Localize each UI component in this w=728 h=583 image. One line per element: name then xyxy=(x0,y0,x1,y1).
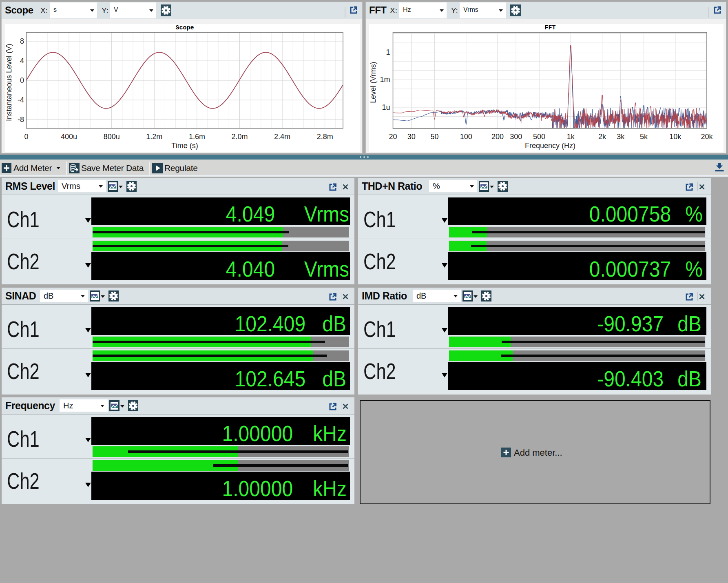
svg-text:20: 20 xyxy=(389,133,397,141)
svg-text:300: 300 xyxy=(510,133,522,141)
svg-text:1k: 1k xyxy=(567,133,575,141)
svg-text:Level (Vrms): Level (Vrms) xyxy=(369,62,377,103)
svg-text:2.4m: 2.4m xyxy=(274,133,290,141)
svg-text:0: 0 xyxy=(20,76,24,84)
svg-text:5k: 5k xyxy=(640,133,648,141)
svg-text:800u: 800u xyxy=(104,133,120,141)
svg-text:200: 200 xyxy=(491,133,504,141)
svg-text:-8: -8 xyxy=(18,115,24,124)
svg-text:1.2m: 1.2m xyxy=(146,133,162,141)
svg-text:FFT: FFT xyxy=(544,24,555,31)
svg-text:1m: 1m xyxy=(380,75,390,84)
svg-text:8: 8 xyxy=(20,37,24,45)
svg-text:400u: 400u xyxy=(61,133,77,141)
svg-text:2.8m: 2.8m xyxy=(317,133,333,141)
svg-text:Scope: Scope xyxy=(175,24,194,31)
svg-text:2.0m: 2.0m xyxy=(231,133,248,141)
svg-text:0: 0 xyxy=(24,133,28,141)
svg-text:1.6m: 1.6m xyxy=(189,133,205,141)
svg-text:Frequency (Hz): Frequency (Hz) xyxy=(525,142,575,150)
svg-text:Instantaneous Level (V): Instantaneous Level (V) xyxy=(5,44,13,121)
svg-text:1u: 1u xyxy=(382,103,390,111)
svg-text:3k: 3k xyxy=(617,133,625,141)
svg-text:4: 4 xyxy=(20,57,24,65)
svg-text:30: 30 xyxy=(407,133,416,141)
svg-text:50: 50 xyxy=(431,133,439,141)
svg-text:Time (s): Time (s) xyxy=(171,142,198,150)
svg-text:2k: 2k xyxy=(598,133,606,141)
svg-text:-4: -4 xyxy=(18,96,24,104)
svg-text:20k: 20k xyxy=(701,133,713,141)
svg-text:500: 500 xyxy=(533,133,545,141)
svg-text:1: 1 xyxy=(386,48,390,56)
svg-text:100: 100 xyxy=(460,133,472,141)
svg-text:10k: 10k xyxy=(669,133,682,141)
